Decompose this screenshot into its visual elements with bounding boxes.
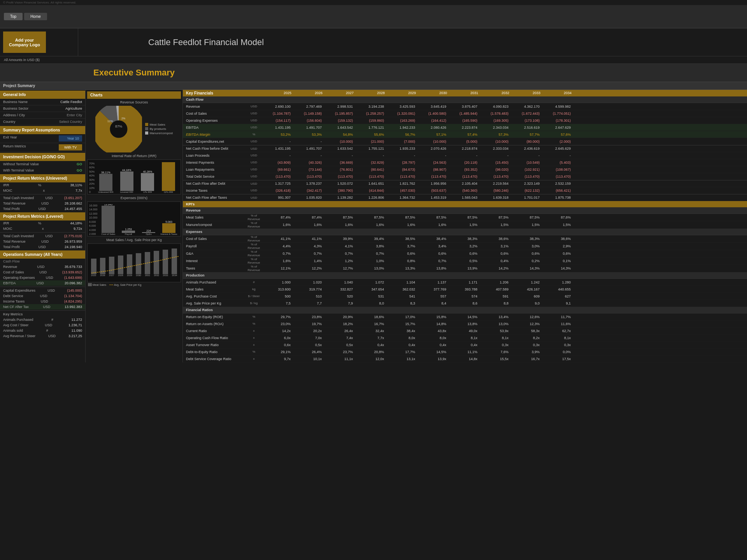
- cell-6: (165.590): [449, 119, 480, 122]
- cell-8: 3,0%: [512, 244, 543, 248]
- table-row: EBITDA Margin % 53,2%53,3%54,8%55,6%56,7…: [183, 131, 747, 138]
- cell-8: (622.132): [512, 189, 543, 192]
- cell-2: 39,9%: [325, 237, 356, 241]
- cell-5: 1.137: [418, 280, 449, 284]
- cell-3: (414.844): [356, 189, 387, 192]
- cell-3: 55,6%: [356, 133, 387, 136]
- table-row: Meat Sales % of Revenue 87,4%87,4%87,5%8…: [183, 214, 747, 221]
- cell-7: 0,6%: [480, 252, 512, 256]
- table-row: Taxes % of Revenue 12,1%12,2%12,7%13,0%1…: [183, 265, 747, 272]
- ops-netcf-row: Net CF After Tax USD 13.992.383: [0, 304, 85, 310]
- cell-4: 1.942.233: [387, 126, 418, 130]
- cell-4: 0,8%: [387, 259, 418, 263]
- cell-1: (73.144): [294, 168, 325, 172]
- table-row: Net Cash Flow before Debt USD 1.431.1951…: [183, 145, 747, 152]
- cell-8: 426.167: [512, 287, 543, 291]
- table-row: Operating Cash Flow Ratio x 6,0x7,0x7,4x…: [183, 334, 747, 341]
- cell-5: 13,8%: [418, 266, 449, 270]
- cell-8: 1.242: [512, 280, 543, 284]
- unlevered-irr-row: IRR % 38,11%: [0, 182, 85, 188]
- cell-5: (164.412): [418, 119, 449, 122]
- row-label: Total Debt Service: [183, 174, 245, 179]
- cell-3: 39,4%: [356, 237, 387, 241]
- cell-7: 8,1x: [480, 336, 512, 340]
- table-row: Operating Expenses USD (154.117)(156.604…: [183, 117, 747, 124]
- cell-2: 1.633.542: [325, 147, 356, 150]
- cell-8: 2.323.149: [512, 182, 543, 186]
- cell-0: 500: [263, 294, 294, 298]
- home-button[interactable]: Home: [24, 13, 47, 20]
- top-button[interactable]: Top: [4, 13, 23, 20]
- cell-0: 14,2x: [263, 329, 294, 333]
- row-unit: x: [245, 343, 263, 346]
- without-tv-row: Without Terminal Value GO: [0, 161, 85, 167]
- cell-3: 1,0%: [356, 259, 387, 263]
- table-row: Current Ratio x 14,2x20,2x26,4x32,4x38,4…: [183, 327, 747, 334]
- row-unit: x: [245, 329, 263, 332]
- cell-4: 362.032: [387, 287, 418, 291]
- cashflow-section-title: Cash Flow: [183, 96, 747, 103]
- cell-0: (43.809): [263, 161, 294, 164]
- cell-1: 510: [294, 294, 325, 298]
- row-unit: #: [245, 280, 263, 284]
- row-unit: USD: [245, 112, 263, 115]
- cell-9: 1.875.738: [543, 196, 574, 200]
- cell-8: (113.470): [512, 175, 543, 178]
- ops-opex-row: Operating Expenses USD (1.643.699): [0, 275, 85, 280]
- project-summary-label: Project Summary: [0, 82, 747, 90]
- year-2029: 2029: [387, 90, 418, 96]
- cell-3: 7,7x: [356, 336, 387, 340]
- ops-debt-row: Debt Service USD (1.134.704): [0, 293, 85, 299]
- cell-0: 0,6x: [263, 343, 294, 347]
- cell-1: 1.020: [294, 280, 325, 284]
- cell-5: 13,9x: [418, 357, 449, 361]
- cell-2: 20,9%: [325, 315, 356, 319]
- cell-5: -: [418, 154, 449, 158]
- cell-9: 9,1: [543, 301, 574, 305]
- row-unit: %: [245, 322, 263, 326]
- row-label: Meat Sales: [183, 287, 245, 292]
- cell-3: (113.470): [356, 175, 387, 178]
- cell-4: (163.269): [387, 119, 418, 122]
- cell-6: (5.000): [449, 140, 480, 144]
- cell-1: 7,7: [294, 301, 325, 305]
- cell-4: 3,7%: [387, 244, 418, 248]
- cell-9: (2.000): [543, 140, 574, 144]
- table-row: Animals Purchased # 1.0001.0201.0401.072…: [183, 279, 747, 286]
- cell-8: 0,3x: [512, 343, 543, 347]
- table-row: Total Debt Service USD (113.470)(113.470…: [183, 173, 747, 180]
- cell-8: (1.672.443): [512, 112, 543, 116]
- table-row: EBITDA USD 1.431.1951.491.7071.643.5421.…: [183, 124, 747, 131]
- cell-7: 0,4%: [480, 259, 512, 263]
- table-row: Debt-to-Equity Ratio % 29,1%26,4%23,7%20…: [183, 348, 747, 355]
- row-label: Operating Expenses: [183, 118, 245, 123]
- cell-6: 14,5%: [449, 315, 480, 319]
- kpi-production-table: Animals Purchased # 1.0001.0201.0401.072…: [183, 279, 747, 307]
- cell-4: 15,7%: [387, 322, 418, 326]
- cell-9: 57,6%: [543, 133, 574, 136]
- table-row: Avg. Sale Price per Kg $ / kg 7,57,77,98…: [183, 300, 747, 307]
- kpi-section-header: KPI's: [183, 201, 747, 207]
- cell-3: 8,0: [356, 301, 387, 305]
- kpi-production-title: Production: [183, 272, 747, 279]
- cell-2: (76.801): [325, 168, 356, 172]
- row-unit: USD: [245, 147, 263, 150]
- ops-cos-row: Cost of Sales USD (13.939.652): [0, 270, 85, 275]
- cell-2: 1.040: [325, 280, 356, 284]
- cell-9: (113.470): [543, 175, 574, 178]
- cell-0: (1.104.787): [263, 112, 294, 116]
- kpi-revenue-table: Meat Sales % of Revenue 87,4%87,4%87,5%8…: [183, 214, 747, 229]
- cell-9: (108.067): [543, 168, 574, 172]
- table-row: Capital Expenditures,net USD --(10.000)(…: [183, 138, 747, 145]
- cell-2: 87,5%: [325, 215, 356, 219]
- revenue-bar-title: Meat Sales / Avg. Sale Price per Kg: [87, 238, 181, 242]
- company-logo[interactable]: Add your Company Logo: [3, 32, 46, 53]
- table-row: Payroll % of Revenue 4,4%4,3%4,1%3,8%3,7…: [183, 243, 747, 250]
- cell-4: (457.030): [387, 189, 418, 192]
- cell-5: 377.769: [418, 287, 449, 291]
- cell-5: (24.563): [418, 161, 449, 164]
- cell-0: 0,7%: [263, 252, 294, 256]
- cell-2: 520: [325, 294, 356, 298]
- cell-5: 8,0x: [418, 336, 449, 340]
- cell-8: 8,2x: [512, 336, 543, 340]
